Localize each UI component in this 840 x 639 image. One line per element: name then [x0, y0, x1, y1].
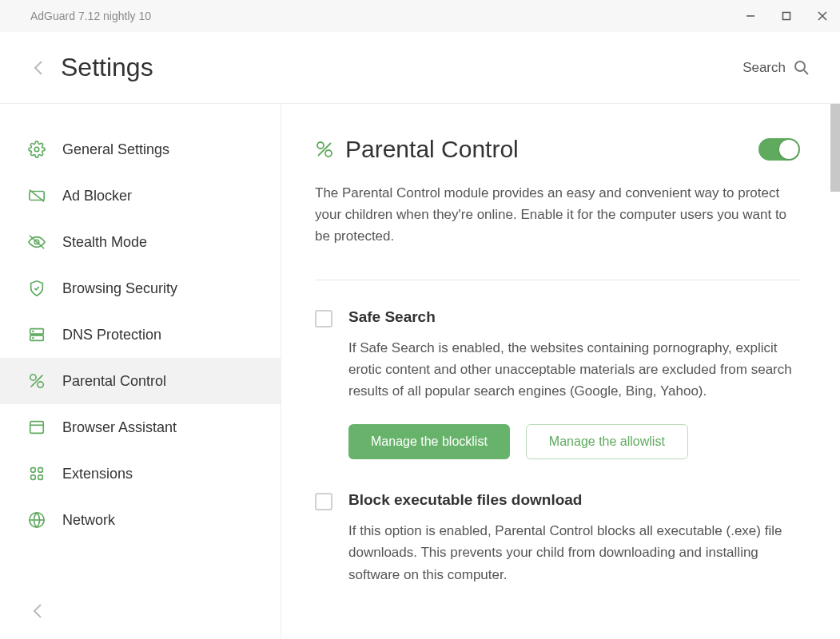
gear-icon [27, 140, 46, 159]
collapse-sidebar-button[interactable] [32, 602, 43, 623]
svg-line-28 [318, 143, 331, 156]
browser-icon [27, 418, 46, 437]
sidebar-item-label: Stealth Mode [62, 234, 147, 251]
globe-icon [27, 510, 46, 530]
page-title: Settings [61, 53, 153, 82]
toggle-knob [779, 140, 798, 159]
chevron-left-icon [32, 602, 43, 620]
option-block-exe: Block executable files download If this … [315, 491, 800, 585]
window-title: AdGuard 7.12 nightly 10 [30, 10, 151, 22]
option-safe-search: Safe Search If Safe Search is enabled, t… [315, 308, 800, 460]
sidebar-item-label: Extensions [62, 466, 133, 482]
parental-icon [27, 371, 46, 391]
module-toggle[interactable] [758, 138, 800, 161]
sidebar-item-general[interactable]: General Settings [0, 126, 281, 173]
svg-point-26 [317, 142, 324, 149]
server-icon [27, 325, 46, 344]
svg-point-15 [30, 375, 36, 380]
minimize-icon [746, 11, 755, 21]
sidebar-item-label: Browsing Security [62, 280, 177, 297]
manage-allowlist-button[interactable]: Manage the allowlist [526, 424, 688, 459]
option-title: Safe Search [348, 308, 800, 326]
maximize-icon [782, 11, 791, 21]
svg-rect-21 [38, 468, 43, 473]
svg-rect-1 [782, 13, 790, 20]
search-icon [794, 60, 810, 76]
main-area: General Settings Ad Blocker Stealth Mode… [0, 104, 840, 639]
button-row: Manage the blocklist Manage the allowlis… [348, 424, 800, 459]
option-title: Block executable files download [348, 491, 800, 509]
close-button[interactable] [804, 0, 840, 32]
option-description: If this option is enabled, Parental Cont… [348, 520, 800, 585]
sidebar-item-parental[interactable]: Parental Control [0, 358, 281, 404]
chevron-left-icon [33, 59, 44, 77]
page-header: Settings Search [0, 32, 840, 104]
sidebar-item-adblocker[interactable]: Ad Blocker [0, 173, 281, 219]
shield-icon [27, 279, 46, 298]
svg-point-13 [33, 331, 34, 331]
minimize-button[interactable] [732, 0, 768, 32]
section-description: The Parental Control module provides an … [315, 182, 800, 248]
sidebar-item-network[interactable]: Network [0, 497, 281, 543]
svg-point-4 [795, 62, 805, 71]
divider [315, 280, 800, 280]
option-body: Safe Search If Safe Search is enabled, t… [348, 308, 800, 460]
grid-icon [27, 464, 46, 483]
svg-rect-18 [30, 422, 44, 434]
sidebar-item-label: General Settings [62, 141, 169, 158]
svg-line-5 [804, 70, 808, 74]
window-controls [732, 0, 840, 32]
sidebar-item-security[interactable]: Browsing Security [0, 265, 281, 312]
content-pane: Parental Control The Parental Control mo… [281, 104, 840, 639]
section-title: Parental Control [345, 136, 519, 163]
safe-search-checkbox[interactable] [315, 310, 332, 327]
sidebar-item-dns[interactable]: DNS Protection [0, 312, 281, 358]
sidebar-item-label: Parental Control [62, 373, 166, 390]
svg-rect-22 [31, 475, 36, 480]
svg-rect-20 [31, 468, 36, 473]
sidebar: General Settings Ad Blocker Stealth Mode… [0, 104, 281, 639]
search-label: Search [742, 60, 786, 76]
svg-point-6 [34, 147, 39, 152]
search-button[interactable]: Search [742, 60, 810, 76]
back-button[interactable] [30, 60, 46, 76]
sidebar-item-label: Browser Assistant [62, 419, 177, 436]
sidebar-item-assistant[interactable]: Browser Assistant [0, 404, 281, 450]
section-header: Parental Control [315, 136, 800, 163]
title-bar: AdGuard 7.12 nightly 10 [0, 0, 840, 32]
sidebar-item-stealth[interactable]: Stealth Mode [0, 219, 281, 265]
svg-point-16 [38, 382, 43, 387]
maximize-button[interactable] [768, 0, 804, 32]
svg-point-14 [33, 338, 34, 339]
svg-rect-23 [38, 475, 43, 480]
eye-off-icon [27, 232, 46, 252]
sidebar-item-extensions[interactable]: Extensions [0, 450, 281, 497]
sidebar-item-label: Ad Blocker [62, 188, 132, 204]
svg-point-27 [325, 150, 332, 157]
option-body: Block executable files download If this … [348, 491, 800, 585]
block-exe-checkbox[interactable] [315, 493, 332, 510]
svg-line-17 [31, 375, 43, 387]
parental-icon [315, 140, 334, 159]
adblock-icon [27, 186, 46, 205]
scrollbar-thumb[interactable] [830, 104, 840, 192]
close-icon [818, 11, 827, 21]
sidebar-item-label: DNS Protection [62, 327, 161, 343]
sidebar-item-label: Network [62, 512, 115, 529]
manage-blocklist-button[interactable]: Manage the blocklist [348, 424, 510, 459]
option-description: If Safe Search is enabled, the websites … [348, 337, 800, 403]
